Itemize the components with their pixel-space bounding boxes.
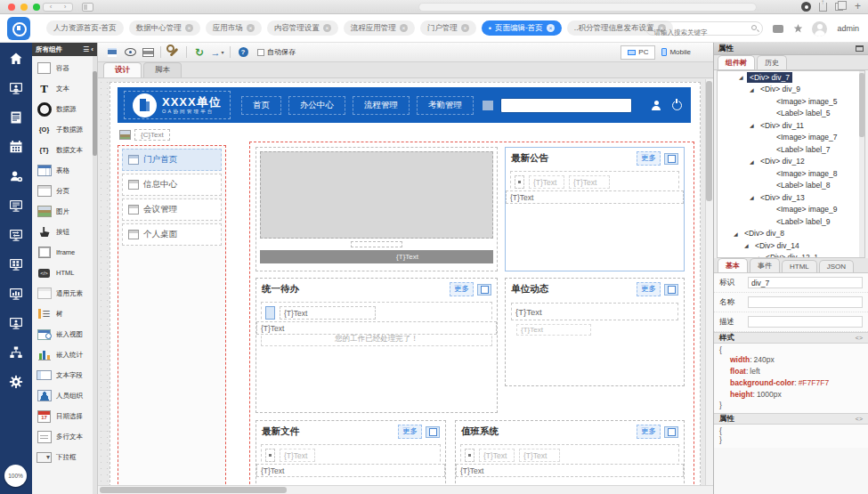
- device-pc-button[interactable]: PC: [621, 45, 655, 60]
- avatar[interactable]: [812, 21, 827, 36]
- monitor-doc-icon[interactable]: [8, 198, 24, 214]
- palette-item-subdatasource[interactable]: 子数据源: [32, 119, 97, 140]
- expand-icon[interactable]: [750, 194, 758, 200]
- breadcrumb-component[interactable]: {C}Text: [119, 129, 170, 141]
- panel-config-icon[interactable]: [664, 153, 678, 165]
- close-icon[interactable]: [247, 24, 255, 32]
- app-tab[interactable]: 人力资源首页-首页: [46, 20, 124, 36]
- close-icon[interactable]: [400, 24, 408, 32]
- tree-node[interactable]: <Div> div_14: [718, 239, 864, 252]
- banner-image-placeholder[interactable]: [260, 151, 493, 239]
- tree-node[interactable]: <Image> image_5: [718, 95, 864, 108]
- palette-item-datatext[interactable]: 数据文本: [32, 140, 97, 160]
- expand-icon[interactable]: [744, 242, 752, 248]
- palette-item-datasource[interactable]: 数据源: [32, 99, 97, 119]
- close-icon[interactable]: [185, 24, 193, 32]
- scrollbar-thumb[interactable]: [100, 487, 287, 493]
- palette-item-pagination[interactable]: 分页: [32, 181, 97, 201]
- description-input[interactable]: [748, 316, 863, 328]
- panel-config-icon[interactable]: [477, 284, 491, 296]
- style-code[interactable]: { width240px floatleft background-color#…: [714, 344, 868, 413]
- org-tree-icon[interactable]: [8, 344, 24, 360]
- expand-icon[interactable]: [734, 231, 742, 237]
- expand-icon[interactable]: [750, 86, 758, 93]
- nav-item[interactable]: 流程管理: [353, 96, 410, 115]
- banner-indicator-placeholder[interactable]: [351, 241, 402, 247]
- content-region-div8[interactable]: {T}Text 最新公告 更多: [249, 142, 694, 485]
- back-icon[interactable]: ‹: [50, 4, 53, 11]
- text-chip[interactable]: {T}Text: [506, 190, 684, 204]
- palette-item-people-org[interactable]: 人员组织: [32, 385, 97, 406]
- zoom-level-badge[interactable]: 100%: [4, 465, 27, 487]
- palette-item-iframe[interactable]: Iframe: [32, 242, 97, 263]
- banner-caption-bar[interactable]: {T}Text: [260, 250, 493, 263]
- palette-item-text[interactable]: 文本: [32, 78, 97, 99]
- news-icon[interactable]: [8, 109, 24, 126]
- sidebar-toggle-icon[interactable]: [82, 3, 93, 12]
- tree-node[interactable]: <Div> div_8: [718, 228, 864, 240]
- canvas-vertical-scrollbar[interactable]: [705, 79, 713, 485]
- tab-script[interactable]: 脚本: [143, 62, 182, 77]
- tree-node[interactable]: <Label> label_5: [718, 108, 864, 120]
- more-button[interactable]: 更多: [637, 425, 661, 439]
- canvas-horizontal-scrollbar[interactable]: [98, 485, 713, 494]
- close-window-button[interactable]: [8, 4, 15, 11]
- crumb-text-chip[interactable]: {C}Text: [134, 129, 170, 141]
- panel-config-icon[interactable]: [426, 426, 440, 438]
- sidebar-menu-component-div7[interactable]: 门户首页 信息中心 会议管理 个人桌面: [118, 145, 226, 485]
- menu-item-portal-home[interactable]: 门户首页: [122, 149, 222, 171]
- gear-icon[interactable]: [8, 374, 24, 390]
- palette-menu-icon[interactable]: ☰ ‹: [83, 45, 93, 53]
- text-chip[interactable]: {T}Text: [256, 464, 445, 477]
- palette-item-embed-stats[interactable]: 嵌入统计: [32, 344, 97, 365]
- id-input[interactable]: [748, 277, 863, 288]
- panel-unit-news[interactable]: 单位动态 更多 {T}Text {T}Text: [505, 278, 685, 386]
- tab-overview-icon[interactable]: [835, 3, 843, 11]
- more-button[interactable]: 更多: [398, 425, 422, 439]
- maximize-window-button[interactable]: [33, 4, 40, 11]
- close-icon[interactable]: [323, 24, 331, 32]
- tab-json[interactable]: JSON: [819, 260, 854, 272]
- attributes-code[interactable]: { }: [714, 425, 868, 448]
- palette-item-tree[interactable]: 树: [32, 304, 97, 324]
- text-chip[interactable]: {T}Text: [511, 303, 678, 320]
- window-controls[interactable]: [8, 4, 40, 11]
- text-chip[interactable]: {T}Text: [280, 306, 376, 320]
- address-bar[interactable]: [418, 3, 757, 12]
- todo-row[interactable]: {T}Text {T}Text: [261, 302, 492, 324]
- logout-power-icon[interactable]: [672, 101, 682, 110]
- extension-badge-icon[interactable]: [801, 2, 811, 12]
- tab-design[interactable]: 设计: [103, 62, 142, 77]
- user-gear-icon[interactable]: [8, 168, 24, 184]
- banner-component[interactable]: {T}Text: [256, 147, 498, 271]
- expand-icon[interactable]: [750, 158, 758, 165]
- panel-config-icon[interactable]: [664, 426, 678, 438]
- calendar-icon[interactable]: [8, 139, 24, 155]
- scrollbar-thumb[interactable]: [706, 81, 712, 201]
- tree-node[interactable]: <Div> div_13: [718, 191, 864, 204]
- favorites-icon[interactable]: [793, 24, 802, 33]
- brand-block[interactable]: XXXX单位 OA协同管理平台: [124, 91, 231, 119]
- panel-duty-system[interactable]: 值班系统 更多 {T}Text {T}Text {T}Text: [455, 420, 685, 485]
- palette-item-table[interactable]: 表格: [32, 160, 97, 181]
- duty-row[interactable]: {T}Text {T}Text {T}Text: [460, 444, 679, 466]
- tab-basic[interactable]: 基本: [718, 258, 748, 272]
- messages-icon[interactable]: [773, 25, 783, 33]
- panel-config-icon[interactable]: [664, 284, 678, 296]
- expand-icon[interactable]: [739, 74, 747, 80]
- scrollbar-thumb[interactable]: [859, 73, 864, 137]
- forward-icon[interactable]: ›: [64, 4, 67, 11]
- settings-wrench-icon[interactable]: [166, 45, 181, 59]
- collapse-panel-icon[interactable]: [856, 45, 864, 52]
- tree-node[interactable]: <Image> image_8: [718, 167, 864, 180]
- canvas-viewport[interactable]: XXXX单位 OA协同管理平台 首页 办公中心 流程管理 考勤管理: [98, 79, 713, 485]
- monitor-chart-icon[interactable]: [8, 286, 24, 302]
- app-tab[interactable]: 流程应用管理: [344, 20, 415, 36]
- browser-nav-buttons[interactable]: ‹›: [43, 3, 73, 12]
- palette-item-container[interactable]: 容器: [32, 58, 97, 78]
- app-tab[interactable]: 门户管理: [420, 20, 476, 36]
- panel-announcements[interactable]: 最新公告 更多 {T}Text {T}Text {T}Text: [505, 147, 685, 271]
- user-desk-icon[interactable]: [8, 80, 24, 96]
- home-icon[interactable]: [8, 51, 24, 67]
- palette-item-datepicker[interactable]: 日期选择: [32, 406, 97, 426]
